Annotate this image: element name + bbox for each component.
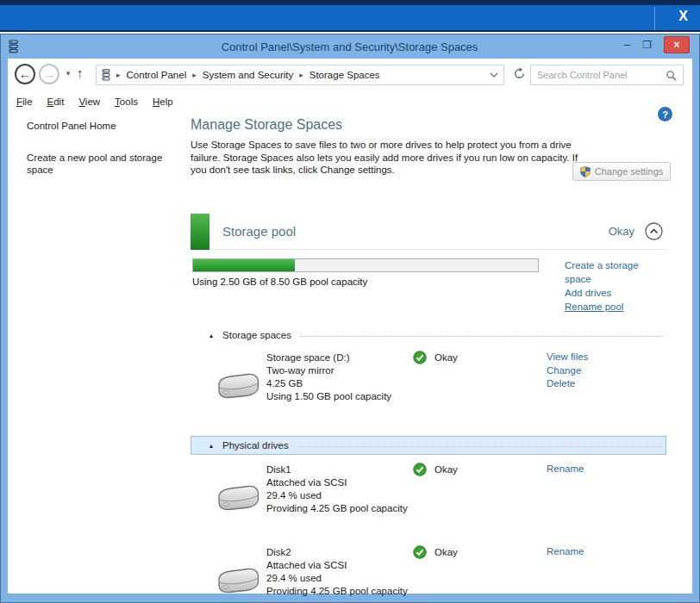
status-label: Okay <box>434 547 458 557</box>
physical-drive-row: Disk1 Attached via SCSI 29.4 % used Prov… <box>191 462 666 538</box>
storage-spaces-header-label: Storage spaces <box>222 330 291 340</box>
breadcrumb[interactable]: ▸ Control Panel ▸ System and Security ▸ … <box>96 65 504 85</box>
menu-tools[interactable]: Tools <box>115 96 138 107</box>
search-icon[interactable] <box>666 70 677 81</box>
change-settings-button[interactable]: Change settings <box>572 162 671 181</box>
delete-link[interactable]: Delete <box>547 377 588 391</box>
navigation-bar: ← → ▼ ↑ ▸ Control Panel ▸ System and Sec… <box>8 59 692 91</box>
physical-drives-header-label: Physical drives <box>222 440 289 451</box>
status-ok-icon <box>413 351 427 364</box>
physical-drive-row: Disk2 Attached via SCSI 29.4 % used Prov… <box>191 544 666 603</box>
physical-drive-details: Disk2 Attached via SCSI 29.4 % used Prov… <box>266 546 415 598</box>
storage-space-usage: Using 1.50 GB pool capacity <box>266 390 415 403</box>
breadcrumb-item-control-panel[interactable]: Control Panel <box>127 70 187 80</box>
collapse-panel-icon[interactable] <box>645 222 663 240</box>
menu-edit[interactable]: Edit <box>47 96 65 107</box>
drive-used: 29.4 % used <box>266 489 415 502</box>
control-panel-window: Control Panel\System and Security\Storag… <box>0 34 700 603</box>
pool-capacity-section: Using 2.50 GB of 8.50 GB pool capacity C… <box>191 250 666 314</box>
search-box[interactable] <box>530 65 684 85</box>
drive-capacity: Providing 4.25 GB pool capacity <box>266 585 415 598</box>
breadcrumb-dropdown-icon[interactable] <box>490 72 498 78</box>
menu-bar: File Edit View Tools Help <box>8 91 692 112</box>
close-button[interactable]: × <box>664 36 690 53</box>
storage-space-details: Storage space (D:) Two-way mirror 4.25 G… <box>266 351 415 403</box>
drive-attachment: Attached via SCSI <box>266 476 415 489</box>
pool-capacity-progress-fill <box>193 259 295 271</box>
window-body: ← → ▼ ↑ ▸ Control Panel ▸ System and Sec… <box>8 59 692 594</box>
drive-name: Disk1 <box>266 463 415 476</box>
window-titlebar[interactable]: Control Panel\System and Security\Storag… <box>8 34 691 59</box>
drive-icon <box>215 565 261 600</box>
status-label: Okay <box>434 464 458 475</box>
page-title: Manage Storage Spaces <box>191 117 342 133</box>
drive-name: Disk2 <box>266 546 415 559</box>
storage-space-links: View files Change Delete <box>547 351 588 391</box>
back-button[interactable]: ← <box>15 64 35 84</box>
add-drives-link[interactable]: Add drives <box>565 286 666 300</box>
physical-drive-links: Rename <box>547 545 584 559</box>
outer-window-titlebar: X <box>0 5 700 32</box>
breadcrumb-stack-icon <box>102 69 110 81</box>
breadcrumb-separator: ▸ <box>192 71 197 79</box>
status-ok-icon <box>413 463 427 476</box>
menu-file[interactable]: File <box>16 96 33 107</box>
maximize-button[interactable]: ❒ <box>642 37 652 53</box>
uac-shield-icon <box>580 166 591 177</box>
history-dropdown-icon[interactable]: ▼ <box>65 70 72 78</box>
breadcrumb-separator: ▸ <box>299 71 303 79</box>
storage-spaces-section-header[interactable]: ▴ Storage spaces <box>191 327 666 343</box>
minimize-button[interactable]: – <box>624 37 630 53</box>
physical-drives-section-header[interactable]: ▴ Physical drives <box>191 436 666 455</box>
change-settings-label: Change settings <box>595 166 664 177</box>
outer-divider <box>654 7 655 30</box>
outer-close-button[interactable]: X <box>678 9 688 24</box>
drive-used: 29.4 % used <box>266 572 415 585</box>
pool-capacity-caption: Using 2.50 GB of 8.50 GB pool capacity <box>192 277 539 287</box>
pool-status-label: Okay <box>609 225 634 238</box>
storage-space-name: Storage space (D:) <box>266 351 415 364</box>
sidebar-item-control-panel-home[interactable]: Control Panel Home <box>27 121 116 131</box>
collapse-triangle-icon[interactable]: ▴ <box>209 332 213 339</box>
forward-button[interactable]: → <box>39 64 59 84</box>
menu-help[interactable]: Help <box>153 96 173 107</box>
physical-drive-links: Rename <box>547 463 584 476</box>
sidebar-item-create-pool[interactable]: Create a new pool and storage space <box>27 152 178 176</box>
refresh-icon[interactable] <box>513 67 526 80</box>
create-storage-space-link[interactable]: Create a storage space <box>565 258 666 286</box>
drive-icon <box>215 370 261 405</box>
pool-title: Storage pool <box>222 224 296 239</box>
screen: X Control Panel\System and Security\Stor… <box>0 0 700 603</box>
pool-task-links: Create a storage space Add drives Rename… <box>565 258 666 314</box>
status-indicator: Okay <box>413 463 458 476</box>
breadcrumb-item-storage-spaces[interactable]: Storage Spaces <box>309 70 380 80</box>
storage-space-size: 4.25 GB <box>266 377 415 390</box>
drive-capacity: Providing 4.25 GB pool capacity <box>266 502 415 515</box>
storage-pool-panel: Storage pool Okay Using 2.50 GB of 8.50 … <box>191 214 666 603</box>
rename-link[interactable]: Rename <box>547 463 584 476</box>
breadcrumb-separator: ▸ <box>116 71 121 79</box>
storage-pool-header: Storage pool Okay <box>191 214 666 250</box>
pool-health-bar <box>191 214 209 250</box>
up-button[interactable]: ↑ <box>77 65 84 80</box>
collapse-triangle-icon[interactable]: ▴ <box>209 442 213 450</box>
status-indicator: Okay <box>413 351 458 364</box>
pool-capacity-progress-bar <box>192 258 539 272</box>
header-rule <box>297 446 662 447</box>
physical-drive-details: Disk1 Attached via SCSI 29.4 % used Prov… <box>266 463 415 515</box>
drive-attachment: Attached via SCSI <box>266 559 415 572</box>
search-input[interactable] <box>537 70 666 80</box>
breadcrumb-item-system-and-security[interactable]: System and Security <box>203 70 293 80</box>
content-area: Control Panel Home Create a new pool and… <box>8 112 692 594</box>
status-label: Okay <box>434 352 458 363</box>
rename-link[interactable]: Rename <box>547 545 584 559</box>
page-description: Use Storage Spaces to save files to two … <box>191 139 584 177</box>
rename-pool-link[interactable]: Rename pool <box>565 300 666 314</box>
status-ok-icon <box>413 545 427 559</box>
view-files-link[interactable]: View files <box>547 351 588 364</box>
menu-view[interactable]: View <box>78 96 100 107</box>
header-rule <box>300 336 663 337</box>
storage-space-row: Storage space (D:) Two-way mirror 4.25 G… <box>191 350 666 431</box>
change-link[interactable]: Change <box>547 364 588 378</box>
storage-space-type: Two-way mirror <box>266 364 415 377</box>
